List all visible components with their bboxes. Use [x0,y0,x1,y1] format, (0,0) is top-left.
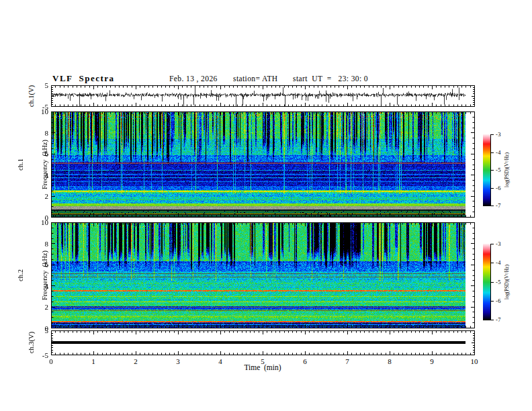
y-tick-label: 5 [28,326,48,334]
y-tick-label: 6 [28,261,48,269]
ch1-spectrogram-panel [51,111,475,218]
colorbar-tick-label: -7 [496,202,501,209]
time-tick-label: 3 [176,357,180,365]
y-tick-label: 5 [28,81,48,89]
ch1-waveform-canvas [51,85,475,107]
y-tick-label: 4 [28,282,48,290]
time-tick-label: 10 [471,357,478,365]
time-tick-label: 8 [388,357,392,365]
colorbar-tick-label: -5 [496,279,501,285]
y-tick-label: -5 [28,351,48,359]
y-tick-label: 10 [28,107,48,116]
figure-date: Feb. 13 , 2026 [169,75,218,83]
y-tick-label: 6 [28,150,48,158]
ch2-spectrogram-canvas [51,222,475,328]
ch2-spec-axis-label-line2: Frequency (kHz) [41,250,49,300]
figure-title: VLF Spectra [52,73,115,84]
colorbar-tick-label: -3 [496,240,501,247]
ch3-wave-axis-label: ch.3(V) [28,332,36,353]
colorbar-tick-label: -4 [496,259,501,266]
ch1-spec-axis-label-line1: ch.1 [17,140,25,189]
y-tick-label: 8 [28,129,48,137]
time-tick-label: 1 [91,357,95,365]
time-axis-title: Time (min) [244,363,281,371]
y-tick-label: 8 [28,240,48,248]
ch2-spec-axis-label-line1: ch.2 [17,250,25,300]
colorbar-tick-label: -3 [496,131,501,138]
colorbar-tick-label: -6 [496,298,501,304]
colorbar-ch2-label: log(PSD)(V²/Hz) [504,265,510,300]
ch1-waveform-panel [51,85,475,107]
y-tick-label: 2 [28,192,48,200]
ch3-waveform-canvas [51,330,475,355]
time-tick-label: 9 [430,357,434,365]
colorbar-tick-label: -7 [496,316,501,323]
colorbar-ch2 [483,244,494,320]
colorbar-tick-label: -5 [496,167,501,173]
vlf-spectra-figure: VLF Spectra Feb. 13 , 2026 station= ATH … [0,0,532,411]
ch2-spec-axis-label: ch.2 Frequency (kHz) [1,250,65,300]
y-tick-label: 4 [28,171,48,179]
colorbar-ch1-label: log(PSD)(V²/Hz) [504,152,510,187]
time-tick-label: 4 [218,357,222,365]
colorbar-ch1 [483,134,494,206]
colorbar-tick-label: -4 [496,149,501,156]
station-label: station= ATH [233,75,278,83]
colorbar-ch2-canvas [483,244,494,320]
y-tick-label: 10 [28,218,48,226]
ch1-spec-axis-label-line2: Frequency (kHz) [41,140,49,189]
ch1-spectrogram-canvas [51,111,475,218]
time-tick-label: 7 [345,357,349,365]
colorbar-ch1-canvas [483,134,494,206]
y-tick-label: 2 [28,303,48,311]
ch3-waveform-panel [51,330,475,355]
time-tick-label: 6 [303,357,307,365]
colorbar-tick-label: -6 [496,185,501,191]
time-tick-label: 0 [49,357,53,365]
start-ut-label: start UT = 23: 30: 0 [293,75,368,83]
time-tick-label: 2 [134,357,138,365]
ch1-spec-axis-label: ch.1 Frequency (kHz) [1,140,65,189]
ch2-spectrogram-panel [51,222,475,328]
